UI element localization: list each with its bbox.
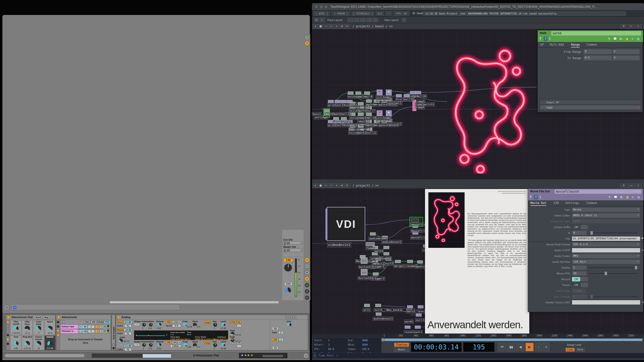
- network-editor-bottom[interactable]: audiodevin1audiodevout2Tempomath3select1…: [312, 188, 644, 334]
- chain-solo-button[interactable]: S: [100, 325, 103, 329]
- play-button[interactable]: ▶: [526, 343, 534, 351]
- python-icon[interactable]: ◑: [625, 195, 630, 199]
- session-h-scrollbar[interactable]: [110, 301, 279, 303]
- chain-key-button[interactable]: Key: [84, 321, 90, 324]
- slider-handle[interactable]: [605, 272, 607, 275]
- tutorials-link[interactable]: [ TUTORIALS ]: [352, 11, 374, 16]
- plus-button[interactable]: +: [543, 343, 550, 351]
- toggle-value[interactable]: Off: [572, 283, 580, 287]
- macro-knob[interactable]: [13, 326, 18, 331]
- node-label[interactable]: resonlevel2: [404, 330, 423, 334]
- vib-toggle[interactable]: Vib: [272, 327, 278, 330]
- groove-pool-button[interactable]: ≈: [4, 305, 10, 310]
- mixer-section-toggle-s[interactable]: S: [305, 264, 309, 269]
- node-label[interactable]: null5: [384, 262, 394, 266]
- node[interactable]: [407, 260, 413, 263]
- chain-speaker-button[interactable]: ◁): [95, 330, 99, 333]
- osc1-filter-type[interactable]: LP24 ▾: [172, 321, 181, 324]
- info-icon[interactable]: i: [540, 195, 541, 199]
- once-button[interactable]: Once: [576, 348, 585, 352]
- node[interactable]: [404, 94, 410, 97]
- chain-speaker-button[interactable]: ◁): [95, 325, 99, 329]
- node[interactable]: [405, 326, 410, 329]
- slider-value[interactable]: 0: [572, 231, 586, 235]
- noise-color-knob[interactable]: [118, 339, 123, 343]
- pane-layout-preset[interactable]: [360, 18, 366, 22]
- mixer-section-toggle-m[interactable]: M: [305, 277, 309, 281]
- osc1-pan-knob[interactable]: [213, 323, 217, 327]
- comment-icon[interactable]: 💬: [612, 37, 618, 41]
- nav-back-button[interactable]: ⇦: [324, 183, 328, 188]
- chain-play-icon[interactable]: ⏯: [60, 321, 65, 324]
- node[interactable]: [384, 246, 389, 249]
- chain-pan[interactable]: C: [88, 325, 95, 329]
- step-back-button[interactable]: ◀: [516, 343, 524, 351]
- node[interactable]: [396, 94, 402, 97]
- node-label[interactable]: instances1: [382, 123, 399, 127]
- node-label[interactable]: null6: [364, 95, 373, 98]
- rack-rail-icon[interactable]: [6, 338, 9, 341]
- noise-filter-route[interactable]: F1: [124, 332, 132, 335]
- chain-hide-button[interactable]: Hide: [104, 321, 110, 324]
- osc2-lfo-sync[interactable]: ♪: [237, 345, 241, 348]
- node[interactable]: [341, 100, 346, 103]
- remove-input-icon[interactable]: ✕: [637, 106, 640, 109]
- vib-rate[interactable]: 5: [278, 331, 283, 334]
- rack-rail-icon[interactable]: [6, 330, 9, 332]
- time-path-slash-box[interactable]: /: [313, 354, 317, 358]
- mixer-section-toggle-c[interactable]: C: [305, 295, 309, 300]
- node-label[interactable]: null6_: [374, 308, 385, 312]
- toggle-box[interactable]: [581, 283, 588, 287]
- osc1-level-knob[interactable]: [222, 323, 225, 327]
- loop-button[interactable]: Loop: [566, 348, 575, 352]
- pane-stop-icon[interactable]: ■: [318, 24, 323, 28]
- node-label[interactable]: alt1: [363, 308, 371, 312]
- osc1-lfo-sync[interactable]: ♪: [237, 324, 241, 327]
- node-label[interactable]: null7: [366, 109, 376, 113]
- uni-voices[interactable]: 2: [279, 338, 283, 341]
- cue-out-dropdown[interactable]: ⣿ 1/2: [283, 241, 302, 245]
- op-reference-field[interactable]: [572, 300, 640, 305]
- noise-level[interactable]: -29 dB: [124, 329, 132, 331]
- osc1-level[interactable]: 8.0 dB: [124, 321, 132, 324]
- slider-handle[interactable]: [635, 266, 637, 269]
- op-pick-arrow-icon[interactable]: ↘: [641, 300, 644, 304]
- analog-tab-1[interactable]: A: [289, 316, 292, 319]
- pane-collapse-button[interactable]: ⇩: [635, 183, 641, 188]
- node[interactable]: [373, 273, 378, 276]
- dim-display[interactable]: 60: [386, 11, 392, 16]
- pane-bookmark-button[interactable]: ★: [340, 24, 344, 28]
- macro-cell[interactable]: Space31 %: [44, 320, 55, 335]
- chain-rail-icon[interactable]: [57, 321, 60, 323]
- pane-add-button[interactable]: +: [334, 24, 339, 28]
- window-icon[interactable]: ⊡: [314, 18, 319, 22]
- tab-exr[interactable]: EXR: [554, 201, 559, 205]
- osc1-amp-toggle[interactable]: Amp1: [204, 321, 211, 324]
- map-button[interactable]: Map: [43, 316, 50, 319]
- osc2-filter-route[interactable]: F2: [124, 348, 132, 351]
- node[interactable]: [418, 305, 424, 309]
- node-label[interactable]: sample6: [358, 128, 370, 131]
- td-close-button[interactable]: [315, 5, 318, 8]
- pane-maximize-button[interactable]: ▭: [628, 183, 634, 188]
- slider-value[interactable]: 1: [572, 295, 586, 299]
- mixer-section-toggle-i-o[interactable]: I-O: [305, 258, 309, 262]
- help-icon[interactable]: ?: [530, 195, 532, 199]
- pane-bookmark-button[interactable]: ★: [340, 183, 344, 188]
- node[interactable]: [416, 314, 422, 317]
- fps-display[interactable]: FPS: 60: [394, 11, 410, 16]
- chain-row[interactable]: Galaxy Taps0.7 dBC◁)S⟳: [60, 325, 110, 329]
- rack-rail-icon[interactable]: [6, 321, 9, 323]
- macro-knob[interactable]: [36, 341, 41, 346]
- analog-volume-knob[interactable]: [287, 323, 292, 327]
- note-length-device[interactable]: Note Length: [112, 315, 116, 351]
- uni-toggle[interactable]: Uni: [272, 338, 278, 341]
- node-label[interactable]: null11: [366, 131, 377, 135]
- tab-settings[interactable]: Settings: [565, 201, 579, 205]
- node-label[interactable]: wurm1: [404, 320, 414, 323]
- macro-knob[interactable]: [47, 341, 53, 346]
- minus-button[interactable]: –: [535, 343, 542, 351]
- slider-track[interactable]: [589, 273, 637, 274]
- python-icon[interactable]: ◑: [624, 37, 629, 41]
- osc2-filter-type[interactable]: HP12 ▾: [172, 341, 181, 344]
